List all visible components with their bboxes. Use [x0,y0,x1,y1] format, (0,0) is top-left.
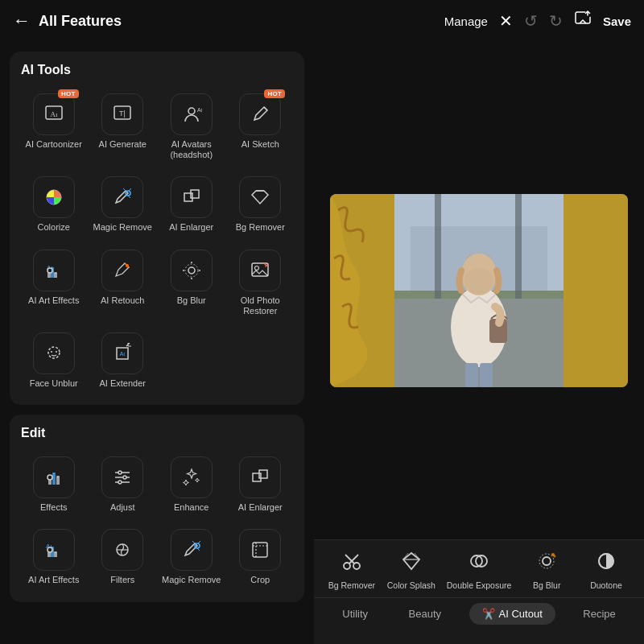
manage-button[interactable]: Manage [444,14,488,28]
svg-point-69 [539,554,554,568]
svg-point-24 [51,351,52,353]
toolbar-item-color-splash[interactable]: Color Splash [387,550,436,591]
tool-old-photo-restorer[interactable]: Old Photo Restorer [228,245,294,321]
tool-icon-ai-art-effects: Aı [33,250,75,291]
page-title: All Features [39,13,122,30]
tool-crop[interactable]: Crop [228,524,294,590]
svg-point-28 [47,475,52,480]
tool-magic-remove-edit[interactable]: Magic Remove [159,524,225,590]
toolbar-label-color-splash: Color Splash [387,580,436,591]
svg-rect-42 [253,543,267,557]
toolbar-item-duotone[interactable]: Duotone [582,550,630,591]
undo-button[interactable]: ↺ [524,11,538,31]
tool-icon-adjust [101,456,143,498]
svg-point-22 [255,266,259,270]
tab-beauty[interactable]: Beauty [396,603,454,625]
tool-label-ai-art-effects: AI Art Effects [28,295,79,306]
tool-icon-face-unblur [33,332,75,374]
tool-icon-bg-remover [239,176,281,218]
toolbar-item-double-exposure[interactable]: Double Exposure [447,550,512,591]
diamond-icon [400,550,423,577]
toolbar-item-bg-blur[interactable]: Bg Blur [522,550,571,591]
tool-icon-ai-sketch: HOT [239,93,281,135]
svg-text:Aı: Aı [197,107,202,113]
svg-text:Aı: Aı [50,110,57,118]
tab-label-ai-cutout: AI Cutout [499,608,543,620]
tool-ai-retouch[interactable]: AI Retouch [90,245,156,321]
tool-effects[interactable]: Effects [21,452,87,518]
tool-face-unblur[interactable]: Face Unblur [21,328,87,394]
tool-ai-cartoonizer[interactable]: HOT Aı AI Cartoonizer [21,89,87,165]
tool-ai-enlarger-edit[interactable]: AI Enlarger [228,452,294,518]
tool-icon-magic-remove-edit [171,529,213,571]
circle-half-icon [595,550,617,577]
tool-icon-ai-avatars: Aı [171,93,213,135]
svg-point-71 [554,555,556,558]
tab-ai-cutout[interactable]: ✂️ AI Cutout [469,603,555,625]
tab-utility[interactable]: Utility [329,603,381,625]
tool-filters[interactable]: Filters [90,524,156,590]
tool-label-effects: Effects [40,502,67,513]
toolbar-label-double-exposure: Double Exposure [447,580,512,591]
edit-title: Edit [21,426,293,440]
tool-ai-enlarger[interactable]: AI Enlarger [159,171,225,237]
tool-ai-art-effects-edit[interactable]: Aı AI Art Effects [21,524,87,590]
tool-icon-ai-enlarger-edit [239,456,281,498]
tool-label-adjust: Adjust [110,502,135,513]
tool-icon-filters [101,529,143,571]
redo-button[interactable]: ↻ [549,11,563,31]
svg-point-15 [188,267,195,274]
tool-icon-bg-blur [171,250,213,291]
hot-badge-cartoonizer: HOT [58,89,79,98]
edit-tools-grid: Effects Adjust [21,452,293,590]
tool-ai-avatars[interactable]: Aı AI Avatars (headshot) [159,89,225,165]
tool-icon-crop [239,529,281,571]
photo-canvas [330,194,628,387]
tool-ai-sketch[interactable]: HOT AI Sketch [228,89,294,165]
bottom-nav: Utility Beauty ✂️ AI Cutout Recipe [314,597,644,633]
svg-point-25 [56,351,57,353]
svg-rect-58 [480,363,493,387]
back-button[interactable]: ← [13,10,31,31]
tool-label-old-photo-restorer: Old Photo Restorer [229,295,292,316]
svg-point-13 [47,268,52,273]
right-panel: Bg Remover Color Splash [314,42,644,644]
photo-area [314,42,644,539]
tool-icon-ai-art-effects-edit: Aı [33,529,75,571]
tab-recipe[interactable]: Recipe [570,603,628,625]
close-button[interactable]: ✕ [499,11,513,31]
tool-icon-ai-enlarger [171,176,213,218]
tool-ai-extender[interactable]: Aı AI Extender [90,328,156,394]
svg-point-23 [48,347,60,358]
tool-label-enhance: Enhance [174,502,208,513]
tool-magic-remove[interactable]: Magic Remove [90,171,156,237]
svg-rect-47 [564,194,628,387]
tool-icon-ai-cartoonizer: HOT Aı [33,93,75,135]
svg-point-68 [543,557,551,565]
tool-ai-art-effects[interactable]: Aı AI Art Effects [21,245,87,321]
tool-label-ai-cartoonizer: AI Cartoonizer [26,139,82,150]
tool-label-ai-enlarger-edit: AI Enlarger [238,502,283,513]
tool-bg-blur[interactable]: Bg Blur [159,245,225,321]
tab-icon-ai-cutout: ✂️ [482,608,495,620]
toolbar-item-bg-remover[interactable]: Bg Remover [328,550,376,591]
tool-colorize[interactable]: Colorize [21,171,87,237]
tool-adjust[interactable]: Adjust [90,452,156,518]
save-button[interactable]: Save [603,14,631,28]
tool-label-ai-retouch: AI Retouch [101,295,144,306]
ai-tools-title: AI Tools [21,63,293,77]
tool-icon-ai-generate: T| [101,93,143,135]
tool-enhance[interactable]: Enhance [159,452,225,518]
tool-icon-magic-remove [101,176,143,218]
tool-bg-remover[interactable]: Bg Remover [228,171,294,237]
tab-label-utility: Utility [342,608,368,620]
svg-point-34 [118,481,122,484]
tool-label-bg-blur: Bg Blur [177,295,206,306]
tool-ai-generate[interactable]: T| AI Generate [90,89,156,165]
tool-icon-old-photo-restorer [239,250,281,291]
tool-label-filters: Filters [110,575,134,585]
svg-text:T|: T| [119,109,126,118]
tool-label-crop: Crop [250,575,270,585]
circles-icon [468,550,490,577]
export-button[interactable] [574,10,592,32]
